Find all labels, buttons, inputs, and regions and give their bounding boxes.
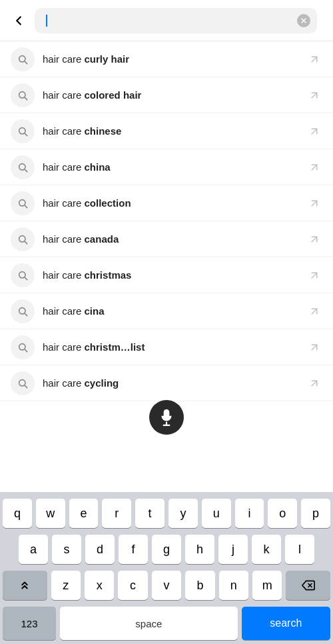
svg-line-21 [312,237,317,242]
suggestion-arrow-icon [306,87,322,103]
key-o[interactable]: o [268,499,297,528]
key-r[interactable]: r [102,499,131,528]
key-m[interactable]: m [252,571,282,600]
key-a[interactable]: a [19,535,48,564]
keyboard-row-2: asdfghjkl [0,535,333,564]
suggestion-search-icon [11,83,35,107]
suggestion-item[interactable]: hair care collection [0,185,333,221]
microphone-icon [158,409,175,426]
suggestion-text: hair care canada [43,233,306,245]
suggestion-item[interactable]: hair care cina [0,293,333,329]
suggestion-arrow-icon [306,267,322,283]
text-cursor [46,15,47,27]
svg-line-9 [312,93,317,98]
suggestion-item[interactable]: hair care cycling [0,365,333,401]
suggestions-list: hair care curly hair hair care colored h… [0,41,333,401]
svg-line-30 [312,345,317,350]
keyboard-row-3: zxcvbnm [0,571,333,600]
suggestion-text: hair care china [43,161,306,173]
key-i[interactable]: i [235,499,264,528]
suggestion-item[interactable]: hair care chinese [0,113,333,149]
key-c[interactable]: c [118,571,147,600]
key-q[interactable]: q [3,499,32,528]
key-l[interactable]: l [285,535,314,564]
suggestion-arrow-icon [306,195,322,211]
svg-line-15 [312,165,317,170]
suggestion-arrow-icon [306,159,322,175]
key-g[interactable]: g [152,535,181,564]
keyboard-row-1: qwertyuiop [0,499,333,528]
back-button[interactable] [8,10,29,31]
microphone-button[interactable] [149,400,184,435]
suggestion-item[interactable]: hair care christmas [0,257,333,293]
search-bar[interactable] [35,8,317,33]
keyboard: qwertyuiopasdfghjklzxcvbnm123spacesearch [0,492,333,644]
suggestion-item[interactable]: hair care christm…list [0,329,333,365]
suggestion-text: hair care christmas [43,269,306,281]
suggestion-search-icon [11,227,35,251]
svg-line-6 [312,57,317,62]
svg-line-12 [312,129,317,134]
key-k[interactable]: k [252,535,281,564]
svg-line-5 [25,61,27,64]
suggestion-item[interactable]: hair care colored hair [0,77,333,113]
key-f[interactable]: f [119,535,148,564]
svg-line-18 [312,201,317,206]
key-shift[interactable] [3,571,47,600]
suggestion-text: hair care collection [43,197,306,209]
svg-line-26 [25,313,27,316]
svg-line-29 [25,349,27,352]
keyboard-row-4: 123spacesearch [0,607,333,640]
svg-line-32 [25,385,27,388]
key-d[interactable]: d [85,535,115,564]
suggestion-search-icon [11,299,35,323]
suggestion-item[interactable]: hair care china [0,149,333,185]
svg-line-17 [25,205,27,208]
key-w[interactable]: w [36,499,65,528]
key-u[interactable]: u [202,499,231,528]
suggestion-item[interactable]: hair care curly hair [0,41,333,77]
suggestion-text: hair care cycling [43,377,306,389]
key-n[interactable]: n [219,571,248,600]
svg-line-33 [312,381,317,386]
suggestion-text: hair care chinese [43,125,306,137]
key-numbers[interactable]: 123 [3,607,56,640]
suggestion-search-icon [11,119,35,143]
suggestion-search-icon [11,191,35,215]
key-t[interactable]: t [135,499,165,528]
key-s[interactable]: s [52,535,81,564]
suggestion-arrow-icon [306,375,322,391]
key-delete[interactable] [286,571,330,600]
svg-line-20 [25,241,27,244]
key-b[interactable]: b [185,571,214,600]
suggestion-arrow-icon [306,231,322,247]
key-search[interactable]: search [242,607,330,640]
suggestion-text: hair care christm…list [43,341,306,353]
svg-line-8 [25,97,27,100]
suggestion-search-icon [11,371,35,395]
svg-line-24 [312,273,317,278]
suggestion-arrow-icon [306,339,322,355]
suggestion-arrow-icon [306,51,322,67]
key-p[interactable]: p [301,499,330,528]
key-v[interactable]: v [152,571,181,600]
svg-line-14 [25,169,27,172]
search-input[interactable] [45,14,297,27]
key-x[interactable]: x [85,571,114,600]
header [0,0,333,41]
clear-button[interactable] [297,14,310,27]
suggestion-item[interactable]: hair care canada [0,221,333,257]
svg-line-11 [25,133,27,136]
suggestion-search-icon [11,335,35,359]
key-e[interactable]: e [69,499,99,528]
svg-line-23 [25,277,27,280]
suggestion-search-icon [11,155,35,179]
key-y[interactable]: y [168,499,198,528]
key-j[interactable]: j [218,535,248,564]
svg-line-27 [312,309,317,314]
suggestion-text: hair care colored hair [43,89,306,101]
key-space[interactable]: space [60,607,238,640]
key-z[interactable]: z [51,571,81,600]
suggestion-arrow-icon [306,123,322,139]
key-h[interactable]: h [185,535,214,564]
